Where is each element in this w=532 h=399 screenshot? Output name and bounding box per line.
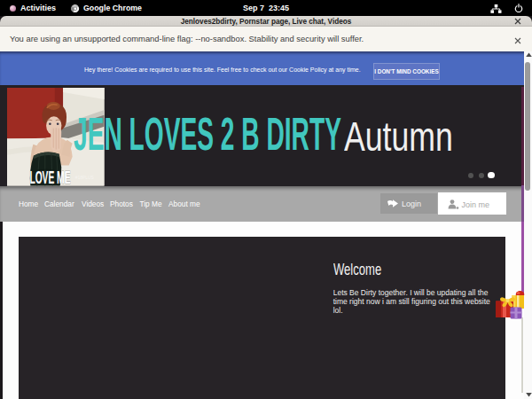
svg-text:#18PLUS: #18PLUS: [75, 176, 95, 180]
svg-text:LOVE ME: LOVE ME: [29, 167, 70, 186]
